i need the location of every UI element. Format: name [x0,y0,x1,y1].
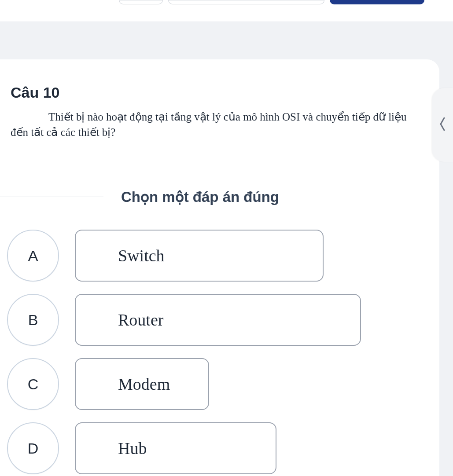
instruction-row: Chọn một đáp án đúng [0,188,439,205]
answer-option-d[interactable]: DHub [7,422,439,474]
answer-letter: A [7,230,59,282]
answer-option-b[interactable]: BRouter [7,294,439,346]
divider-line [0,197,103,197]
question-card: Câu 10 Thiết bị nào hoạt động tại tầng v… [0,59,439,476]
chevron-left-icon [438,116,446,134]
answer-letter: B [7,294,59,346]
expand-tab[interactable] [432,88,453,162]
question-number: Câu 10 [11,84,439,101]
top-control-primary[interactable] [330,0,424,4]
instruction-text: Chọn một đáp án đúng [103,188,297,205]
answer-option-a[interactable]: ASwitch [7,230,439,282]
answer-text: Modem [75,358,209,410]
question-text: Thiết bị nào hoạt động tại tầng vật lý c… [11,109,417,140]
top-control-small[interactable] [119,0,163,4]
top-control-medium[interactable] [168,0,324,4]
answer-text: Switch [75,230,324,282]
answer-option-c[interactable]: CModem [7,358,439,410]
answer-text: Router [75,294,361,346]
answer-text: Hub [75,422,276,474]
answers-list: ASwitchBRouterCModemDHub [0,230,439,474]
top-bar [0,0,453,22]
answer-letter: D [7,422,59,474]
answer-letter: C [7,358,59,410]
